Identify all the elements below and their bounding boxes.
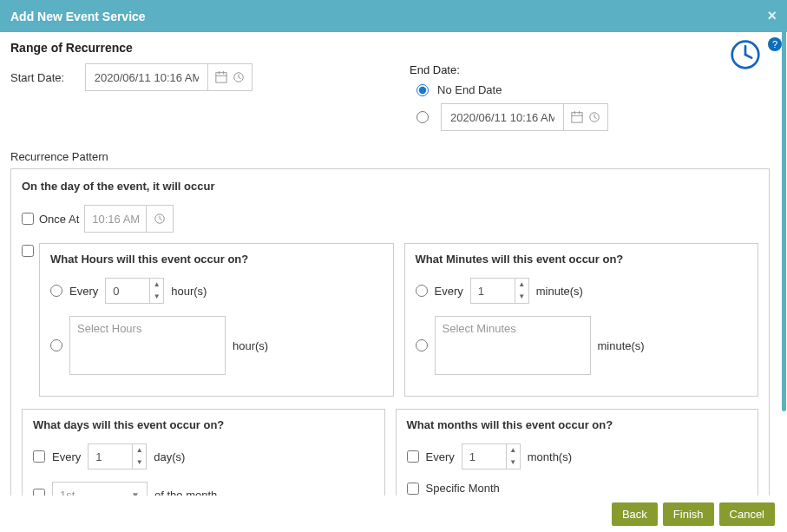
calendar-icon[interactable] [215,71,227,83]
hours-unit: hour(s) [171,285,207,298]
hours-every-radio[interactable] [50,285,62,297]
spinner-up-icon[interactable]: ▲ [507,444,520,456]
help-icon[interactable]: ? [768,37,782,51]
hours-title: What Hours will this event occur on? [50,253,383,266]
dialog-footer: Back Finish Cancel [0,496,787,532]
once-at-label: Once At [39,213,79,226]
hours-select-radio[interactable] [50,339,62,351]
hours-multiselect[interactable]: Select Hours [69,316,226,375]
months-title: What months will this event occur on? [407,418,748,431]
end-date-label: End Date: [410,63,770,76]
end-date-field[interactable] [442,104,563,130]
minutes-every-spinner[interactable]: ▲ ▼ [470,278,529,304]
days-every-value[interactable] [89,444,132,469]
minutes-panel: What Minutes will this event occur on? E… [404,243,759,397]
hours-minutes-checkbox[interactable] [22,245,34,257]
specific-month-checkbox[interactable] [407,483,419,495]
clock-small-icon[interactable] [154,213,166,225]
days-unit: day(s) [154,450,185,463]
svg-line-16 [594,117,597,119]
minutes-every-value[interactable] [471,279,515,303]
months-every-checkbox[interactable] [407,450,419,463]
day-occur-heading: On the day of the event, it will occur [22,180,758,193]
days-every-label: Every [52,450,81,463]
back-button[interactable]: Back [612,502,658,526]
hours-unit2: hour(s) [233,339,268,352]
hours-panel: What Hours will this event occur on? Eve… [39,243,394,397]
once-at-time-input[interactable] [84,205,174,233]
svg-rect-3 [216,73,226,82]
spinner-up-icon[interactable]: ▲ [515,279,528,291]
months-every-spinner[interactable]: ▲ ▼ [462,443,521,470]
clock-icon [730,39,761,70]
start-date-input[interactable] [85,63,252,91]
range-heading: Range of Recurrence [10,41,770,55]
hours-every-label: Every [69,285,98,298]
end-date-radio[interactable] [416,111,429,123]
hours-every-value[interactable] [106,279,149,303]
minutes-unit2: minute(s) [598,339,645,352]
spinner-down-icon[interactable]: ▼ [515,291,528,303]
dialog-content: ? Range of Recurrence Start Date: End Da… [0,32,787,496]
no-end-date-label: No End Date [437,83,502,96]
no-end-date-radio[interactable] [416,84,429,96]
days-every-spinner[interactable]: ▲ ▼ [88,443,147,470]
months-every-value[interactable] [462,444,506,469]
minutes-multiselect[interactable]: Select Minutes [435,316,591,375]
once-at-checkbox[interactable] [22,213,34,225]
once-at-time-field[interactable] [85,206,146,232]
spinner-up-icon[interactable]: ▲ [133,444,146,456]
days-title: What days will this event occur on? [33,418,374,431]
scrollbar[interactable] [782,30,786,489]
specific-month-label: Specific Month [426,482,500,495]
days-every-checkbox[interactable] [33,450,45,463]
recurrence-panel: On the day of the event, it will occur O… [10,168,770,496]
dialog-titlebar: Add New Event Service × [0,0,787,32]
spinner-up-icon[interactable]: ▲ [150,279,163,291]
months-panel: What months will this event occur on? Ev… [396,409,759,496]
calendar-icon[interactable] [571,111,583,123]
svg-rect-10 [572,113,582,122]
minutes-every-label: Every [435,285,463,298]
spinner-down-icon[interactable]: ▼ [507,456,520,469]
svg-line-19 [160,219,162,220]
dialog-title: Add New Event Service [10,10,146,23]
cancel-button[interactable]: Cancel [719,502,775,526]
end-date-input[interactable] [441,103,608,131]
clock-small-icon[interactable] [233,71,245,83]
hours-every-spinner[interactable]: ▲ ▼ [105,278,164,304]
recurrence-pattern-label: Recurrence Pattern [10,150,770,163]
minutes-every-radio[interactable] [416,285,428,297]
start-date-label: Start Date: [10,71,64,84]
svg-line-2 [745,55,751,58]
days-ordinal-select[interactable]: ▼ [52,482,148,496]
months-unit: month(s) [528,450,572,463]
clock-small-icon[interactable] [588,111,600,123]
minutes-title: What Minutes will this event occur on? [416,253,748,266]
minutes-select-radio[interactable] [416,339,428,351]
finish-button[interactable]: Finish [663,502,714,526]
spinner-down-icon[interactable]: ▼ [133,456,146,469]
close-icon[interactable]: × [767,7,777,25]
scrollbar-thumb[interactable] [782,30,786,411]
months-every-label: Every [426,450,455,463]
start-date-field[interactable] [86,64,207,90]
spinner-down-icon[interactable]: ▼ [150,291,163,303]
days-panel: What days will this event occur on? Ever… [22,409,385,496]
minutes-unit: minute(s) [536,285,583,298]
svg-line-9 [239,77,241,79]
